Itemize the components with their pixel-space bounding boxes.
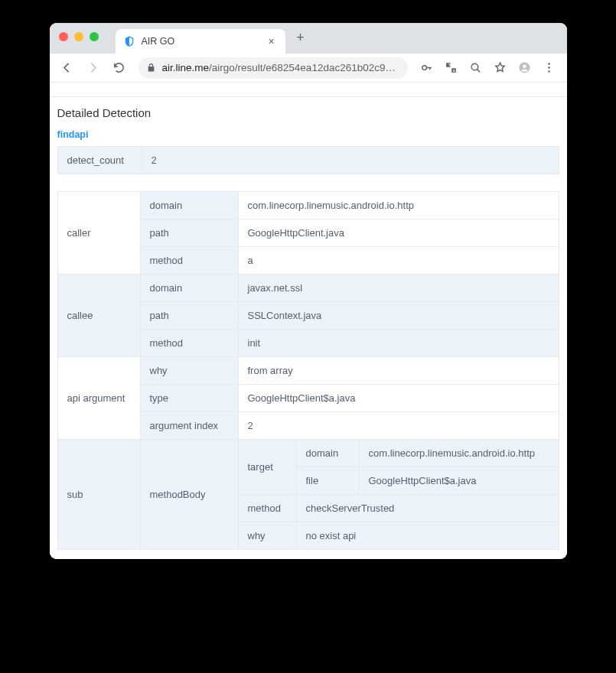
caller-domain-value: com.linecorp.linemusic.android.io.http (238, 192, 559, 219)
api-arg-why-key: why (140, 357, 238, 385)
back-button[interactable] (56, 57, 79, 80)
sub-target-label: target (238, 440, 296, 495)
caller-domain-key: domain (140, 192, 238, 219)
reload-button[interactable] (108, 57, 131, 80)
svg-point-3 (523, 64, 526, 68)
new-tab-button[interactable]: + (290, 27, 311, 48)
detect-count-label: detect_count (57, 147, 142, 174)
svg-point-6 (548, 70, 550, 73)
svg-point-1 (471, 63, 478, 70)
url-text: air.line.me/airgo/result/e68254ea12dac26… (162, 62, 400, 73)
bookmark-star-icon[interactable] (489, 57, 512, 80)
translate-icon[interactable] (440, 57, 463, 80)
callee-domain-key: domain (140, 275, 238, 302)
tab-close-button[interactable]: × (266, 35, 278, 47)
sub-target-file-key: file (296, 467, 359, 495)
window-minimize-button[interactable] (74, 32, 83, 41)
api-arg-why-value: from array (238, 357, 559, 385)
address-bar[interactable]: air.line.me/airgo/result/e68254ea12dac26… (139, 57, 408, 79)
forward-button[interactable] (82, 57, 105, 80)
tab-title: AIR GO (142, 36, 266, 47)
api-argument-label: api argument (57, 357, 140, 440)
sub-why-value: no exist api (296, 522, 559, 550)
sub-label: sub (57, 440, 140, 550)
toolbar-actions (416, 57, 561, 80)
sub-target-domain-key: domain (296, 440, 359, 467)
svg-point-5 (548, 67, 550, 69)
detail-table: caller domain com.linecorp.linemusic.and… (57, 191, 559, 550)
api-arg-type-key: type (140, 385, 238, 412)
api-arg-index-key: argument index (140, 412, 238, 440)
sub-method-key: method (238, 495, 296, 522)
zoom-icon[interactable] (464, 57, 487, 80)
tab-favicon (123, 35, 135, 47)
callee-label: callee (57, 275, 140, 357)
api-arg-index-value: 2 (238, 412, 559, 440)
caller-path-key: path (140, 219, 238, 247)
sub-methodbody-label: methodBody (140, 440, 238, 550)
url-path: /airgo/result/e68254ea12dac261b02c9… (209, 62, 396, 73)
caller-method-value: a (238, 247, 559, 275)
browser-tab[interactable]: AIR GO × (116, 29, 285, 54)
detect-count-value: 2 (142, 147, 559, 174)
url-host: air.line.me (162, 62, 210, 73)
findapi-link[interactable]: findapi (50, 129, 96, 146)
profile-avatar-icon[interactable] (513, 57, 536, 80)
sub-method-value: checkServerTrusted (296, 495, 559, 522)
callee-domain-value: javax.net.ssl (238, 275, 559, 302)
browser-window: AIR GO × + air.line.me/airgo/result/e682… (50, 23, 567, 559)
page-heading: Detailed Detection (50, 97, 567, 127)
caller-method-key: method (140, 247, 238, 275)
lock-icon (146, 63, 156, 73)
sub-why-key: why (238, 522, 296, 550)
window-titlebar: AIR GO × + (50, 23, 567, 54)
kebab-menu-icon[interactable] (538, 57, 561, 80)
svg-point-4 (548, 63, 550, 65)
svg-point-0 (422, 66, 427, 70)
caller-path-value: GoogleHttpClient.java (238, 219, 559, 247)
callee-path-key: path (140, 302, 238, 330)
callee-method-key: method (140, 330, 238, 357)
caller-label: caller (57, 192, 140, 275)
sub-target-file-value: GoogleHttpClient$a.java (359, 467, 559, 495)
callee-method-value: init (238, 330, 559, 357)
browser-toolbar: air.line.me/airgo/result/e68254ea12dac26… (50, 54, 567, 83)
callee-path-value: SSLContext.java (238, 302, 559, 330)
window-close-button[interactable] (59, 32, 68, 41)
detect-count-table: detect_count 2 (57, 146, 559, 174)
api-arg-type-value: GoogleHttpClient$a.java (238, 385, 559, 412)
password-key-icon[interactable] (416, 57, 438, 80)
window-controls (59, 32, 99, 41)
window-fullscreen-button[interactable] (90, 32, 99, 41)
sub-target-domain-value: com.linecorp.linemusic.android.io.http (359, 440, 559, 467)
page-content: Detailed Detection findapi detect_count … (50, 96, 567, 559)
